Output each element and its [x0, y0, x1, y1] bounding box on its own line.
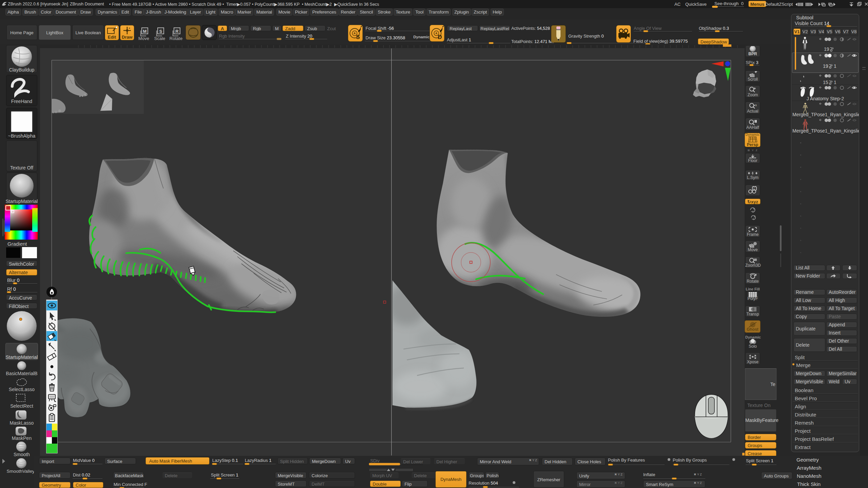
svg-text:x1: x1 [754, 104, 757, 107]
svg-text:Y: Y [753, 207, 755, 210]
svg-text:M: M [143, 29, 147, 34]
svg-text:S: S [159, 29, 162, 34]
svg-text:C: C [753, 187, 755, 190]
svg-text:Z: Z [754, 215, 755, 218]
svg-text:R: R [175, 29, 179, 34]
